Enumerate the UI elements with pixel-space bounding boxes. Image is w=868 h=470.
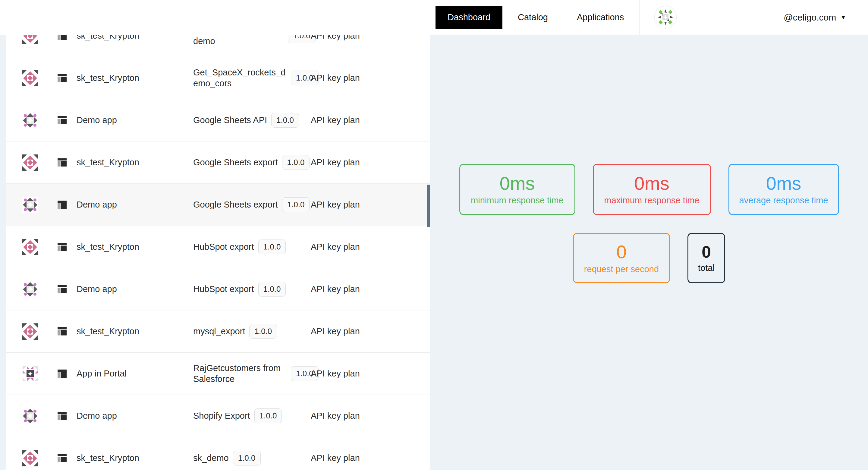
api-name: HubSpot export [193,242,254,252]
org-identicon-icon [654,6,677,29]
api-name: Get_SpaceX_rockets_demo_cors [193,67,287,89]
account-menu[interactable]: @celigo.com ▼ [784,0,846,35]
krypton-identicon-icon [22,239,38,255]
api-cell: sk_demo1.0.0 [193,451,261,466]
tab-dashboard[interactable]: Dashboard [435,6,502,29]
subscription-row[interactable]: sk_test_KryptonHubSpot export1.0.0API ke… [6,226,430,268]
subscription-row[interactable]: Demo appGoogle Sheets API1.0.0API key pl… [6,99,430,142]
api-version-badge: 1.0.0 [233,451,261,466]
plan-name: API key plan [311,73,360,83]
subscription-row[interactable]: sk_test_KryptonGet_SpaceX_rockets_demo_c… [6,57,430,99]
plan-name: API key plan [311,369,360,379]
application-name: sk_test_Krypton [76,35,193,41]
stat-value: 0ms [766,173,801,193]
stat-label: total [698,263,715,273]
api-name: sk_demo [193,453,229,463]
api-version-badge: 1.0.0 [258,239,286,254]
stats-row-1: 0msminimum response time0msmaximum respo… [459,164,839,215]
plan-name: API key plan [311,157,360,168]
tab-applications[interactable]: Applications [577,12,624,22]
application-name: Demo app [76,411,193,421]
api-name: Google Sheets export [193,199,278,210]
api-version-badge: 1.0.0 [282,197,310,212]
subscription-row[interactable]: sk_test_Kryptonsk_demo1.0.0API key plan [6,437,430,470]
stat-value: 0ms [634,173,670,193]
api-cell: Shopify Export1.0.0 [193,408,282,423]
demo-app-identicon-icon [22,112,38,128]
application-name: sk_test_Krypton [76,242,193,252]
application-icon [58,285,67,293]
dashboard-pane: 0msminimum response time0msmaximum respo… [430,35,868,470]
api-cell: RajGetcustomers from Salesforce1.0.0 [193,363,318,384]
list-scrollbar-thumb[interactable] [427,185,430,227]
subscription-row[interactable]: sk_test_Kryptonmysql_export1.0.0API key … [6,311,430,353]
application-name: sk_test_Krypton [76,157,193,168]
stat-card-min: 0msminimum response time [459,164,575,215]
stat-card-total: 0total [687,233,725,283]
subscription-row[interactable]: Demo appShopify Export1.0.0API key plan [6,395,430,437]
chevron-down-icon: ▼ [840,14,846,21]
krypton-identicon-icon [22,450,38,466]
plan-name: API key plan [311,242,360,252]
api-version-badge: 1.0.0 [258,282,286,297]
plan-name: API key plan [311,326,360,336]
application-icon [58,74,67,82]
stat-card-rps: 0request per second [573,233,670,283]
application-icon [58,412,67,420]
stat-value: 0 [616,242,627,262]
api-cell: Google Sheets export1.0.0 [193,197,310,212]
plan-name: API key plan [311,411,360,421]
demo-app-identicon-icon [22,197,38,213]
application-name: sk_test_Krypton [76,453,193,463]
subscription-row[interactable]: App in PortalRajGetcustomers from Salesf… [6,353,430,395]
application-icon [58,243,67,251]
demo-app-identicon-icon [22,408,38,424]
application-icon [58,116,67,124]
stat-value: 0 [702,243,711,261]
subscription-row[interactable]: sk_test_KryptonGoogle Sheets export1.0.0… [6,142,430,184]
application-name: sk_test_Krypton [76,326,193,336]
api-version-badge: 1.0.0 [249,324,277,339]
application-icon [58,370,67,378]
api-cell: HubSpot export1.0.0 [193,239,286,254]
api-name: demo [193,35,284,47]
application-icon [58,201,67,209]
stat-label: request per second [584,264,659,274]
application-name: sk_test_Krypton [76,73,193,83]
top-nav: DashboardCatalogApplications @celigo.com… [0,0,868,35]
application-name: Demo app [76,284,193,294]
krypton-identicon-icon [22,35,38,44]
subscription-row[interactable]: sk_test_Kryptondemo1.0.0API key plan [6,35,430,57]
stats-row-2: 0request per second0total [573,233,725,283]
nav-tabs: DashboardCatalogApplications [435,0,624,35]
api-cell: Google Sheets export1.0.0 [193,155,310,170]
application-icon [58,327,67,335]
krypton-identicon-icon [22,70,38,86]
application-name: App in Portal [76,369,193,379]
tab-catalog[interactable]: Catalog [518,12,548,22]
nav-divider [640,0,640,35]
application-name: Demo app [76,115,193,125]
api-name: Google Sheets API [193,115,267,125]
api-cell: HubSpot export1.0.0 [193,282,286,297]
api-cell: Get_SpaceX_rockets_demo_cors1.0.0 [193,67,318,89]
api-version-badge: 1.0.0 [254,408,282,423]
stat-card-avg: 0msaverage response time [728,164,839,215]
api-cell: demo1.0.0 [193,35,315,47]
subscriptions-list-panel: sk_test_Kryptondemo1.0.0API key plan sk_… [6,35,430,470]
api-name: mysql_export [193,326,245,337]
portal-app-identicon-icon [22,365,38,382]
application-icon [58,454,67,462]
subscription-row[interactable]: Demo appHubSpot export1.0.0API key plan [6,268,430,311]
api-cell: mysql_export1.0.0 [193,324,277,339]
api-version-badge: 1.0.0 [271,113,299,127]
application-name: Demo app [76,200,193,210]
krypton-identicon-icon [22,323,38,340]
api-version-badge: 1.0.0 [282,155,310,170]
stat-label: average response time [739,196,828,205]
application-icon [58,158,67,167]
plan-name: API key plan [311,35,360,41]
subscription-row[interactable]: Demo appGoogle Sheets export1.0.0API key… [6,184,430,226]
demo-app-identicon-icon [22,281,38,297]
plan-name: API key plan [311,200,360,210]
